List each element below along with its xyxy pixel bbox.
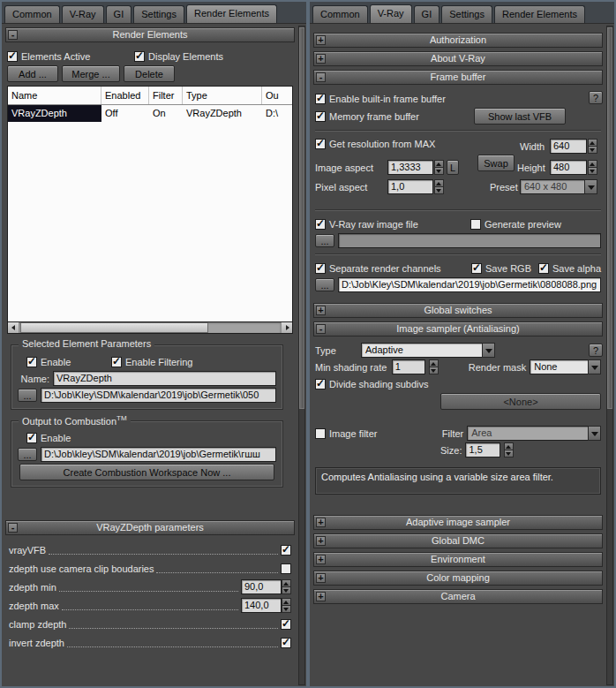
- pixel-aspect-spinner[interactable]: [434, 179, 444, 194]
- rollout-image-sampler[interactable]: - Image sampler (Antialiasing): [313, 321, 603, 336]
- element-name-input[interactable]: VRayZDepth: [53, 371, 276, 386]
- show-last-vfb-button[interactable]: Show last VFB: [474, 108, 566, 125]
- scroll-track[interactable]: [19, 322, 281, 333]
- height-input[interactable]: 480: [550, 160, 587, 175]
- rollout-camera[interactable]: + Camera: [313, 589, 603, 604]
- image-aspect-spinner[interactable]: [434, 160, 444, 175]
- rollout-color-mapping[interactable]: + Color mapping: [313, 571, 603, 586]
- expand-icon[interactable]: +: [316, 54, 326, 64]
- filter-size-input[interactable]: 1,5: [465, 442, 500, 457]
- tab-settings[interactable]: Settings: [441, 5, 492, 23]
- expand-icon[interactable]: +: [316, 518, 326, 527]
- tab-common[interactable]: Common: [4, 5, 60, 23]
- tab-common[interactable]: Common: [312, 5, 368, 23]
- browse-output-button[interactable]: ...: [18, 389, 37, 402]
- rollout-frame-buffer[interactable]: - Frame buffer: [313, 70, 603, 85]
- element-output-path-input[interactable]: D:\Job\Kley\SDM\kalendar\2019\job\Germet…: [41, 388, 276, 403]
- elements-active-checkbox[interactable]: [7, 51, 18, 62]
- cell-name[interactable]: VRayZDepth: [8, 105, 101, 122]
- collapse-icon[interactable]: -: [316, 324, 326, 334]
- rollout-global-dmc[interactable]: + Global DMC: [313, 533, 603, 548]
- image-filter-checkbox[interactable]: [315, 428, 326, 439]
- combustion-enable-checkbox[interactable]: [26, 433, 37, 443]
- render-mask-none-button[interactable]: <None>: [440, 393, 601, 410]
- rollout-render-elements[interactable]: - Render Elements: [5, 27, 295, 42]
- zdepth-max-input[interactable]: 140,0: [241, 598, 282, 613]
- column-output[interactable]: Ou: [262, 87, 292, 104]
- panel-vertical-scrollbar[interactable]: [298, 26, 305, 685]
- sampler-type-dropdown[interactable]: Adaptive: [361, 343, 495, 358]
- memory-fb-checkbox[interactable]: [315, 111, 326, 122]
- expand-icon[interactable]: +: [316, 555, 326, 564]
- min-shading-rate-spinner[interactable]: [429, 359, 439, 374]
- width-input[interactable]: 640: [550, 139, 587, 154]
- panel-vertical-scrollbar[interactable]: [606, 26, 613, 685]
- render-mask-dropdown[interactable]: None: [530, 359, 601, 374]
- scroll-left-arrow-icon[interactable]: [8, 322, 19, 333]
- enable-checkbox[interactable]: [26, 357, 37, 367]
- combustion-browse-button[interactable]: ...: [18, 448, 37, 461]
- zdepth-min-spinner[interactable]: [282, 579, 291, 594]
- clamp-zdepth-checkbox[interactable]: [281, 619, 291, 630]
- scroll-thumb[interactable]: [607, 27, 612, 409]
- rollout-vrayzdepth-parameters[interactable]: - VRayZDepth parameters: [5, 520, 295, 535]
- cell-type[interactable]: VRayZDepth: [183, 105, 262, 122]
- expand-icon[interactable]: +: [316, 592, 326, 601]
- tab-settings[interactable]: Settings: [133, 5, 184, 23]
- zdepth-max-spinner[interactable]: [282, 598, 291, 613]
- chevron-down-icon[interactable]: [482, 343, 495, 358]
- min-shading-rate-input[interactable]: 1: [392, 359, 425, 374]
- delete-button[interactable]: Delete: [124, 65, 175, 82]
- zdepth-clip-checkbox[interactable]: [281, 563, 291, 574]
- tab-vray[interactable]: V-Ray: [62, 5, 104, 23]
- tab-render-elements[interactable]: Render Elements: [186, 4, 277, 23]
- add-button[interactable]: Add ...: [7, 65, 58, 82]
- save-alpha-checkbox[interactable]: [538, 263, 549, 274]
- collapse-icon[interactable]: -: [316, 72, 326, 82]
- tab-gi[interactable]: GI: [106, 5, 132, 23]
- save-rgb-checkbox[interactable]: [471, 263, 482, 274]
- collapse-icon[interactable]: -: [8, 30, 18, 40]
- get-resolution-checkbox[interactable]: [315, 139, 326, 149]
- vrayvfb-checkbox[interactable]: [281, 545, 291, 556]
- tab-gi[interactable]: GI: [414, 5, 440, 23]
- table-row[interactable]: VRayZDepth Off On VRayZDepth D:\: [8, 105, 292, 122]
- raw-file-browse-button[interactable]: ...: [315, 234, 334, 247]
- rollout-adaptive-image-sampler[interactable]: + Adaptive image sampler: [313, 515, 603, 530]
- expand-icon[interactable]: +: [316, 306, 326, 315]
- column-type[interactable]: Type: [183, 87, 262, 104]
- swap-button[interactable]: Swap: [477, 155, 515, 171]
- pixel-aspect-input[interactable]: 1,0: [387, 179, 433, 194]
- lock-aspect-button[interactable]: L: [447, 160, 459, 175]
- cell-filter[interactable]: On: [149, 105, 183, 122]
- zdepth-min-input[interactable]: 90,0: [241, 579, 282, 594]
- table-horizontal-scrollbar[interactable]: [7, 322, 293, 334]
- scroll-thumb[interactable]: [20, 322, 208, 333]
- tab-vray[interactable]: V-Ray: [370, 4, 412, 23]
- enable-builtin-fb-checkbox[interactable]: [315, 94, 326, 104]
- expand-icon[interactable]: +: [316, 573, 326, 583]
- invert-zdepth-checkbox[interactable]: [281, 638, 291, 648]
- filter-size-spinner[interactable]: [504, 442, 514, 457]
- rollout-about-vray[interactable]: + About V-Ray: [313, 51, 603, 66]
- tab-render-elements[interactable]: Render Elements: [494, 5, 585, 23]
- combustion-path-input[interactable]: D:\Job\kley\SDM\kalendar\2019\job\Germet…: [41, 447, 276, 462]
- help-button[interactable]: ?: [589, 91, 603, 104]
- column-enabled[interactable]: Enabled: [101, 87, 149, 104]
- channels-browse-button[interactable]: ...: [315, 278, 334, 291]
- collapse-icon[interactable]: -: [8, 523, 18, 533]
- generate-preview-checkbox[interactable]: [470, 219, 481, 230]
- rollout-global-switches[interactable]: + Global switches: [313, 303, 603, 318]
- merge-button[interactable]: Merge ...: [62, 65, 120, 82]
- enable-filtering-checkbox[interactable]: [111, 357, 122, 367]
- divide-shading-subdivs-checkbox[interactable]: [315, 379, 326, 389]
- cell-output[interactable]: D:\: [262, 105, 292, 122]
- scroll-thumb[interactable]: [299, 27, 304, 409]
- chevron-down-icon[interactable]: [588, 359, 601, 374]
- column-name[interactable]: Name: [8, 87, 101, 104]
- display-elements-checkbox[interactable]: [134, 51, 145, 62]
- width-spinner[interactable]: [588, 139, 597, 154]
- image-aspect-input[interactable]: 1,3333: [387, 160, 433, 175]
- create-combustion-workspace-button[interactable]: Create Combustion Workspace Now ...: [19, 464, 274, 480]
- channels-path-input[interactable]: D:\Job\Kley\SDM\kalendar\2019\job\Germet…: [338, 277, 601, 292]
